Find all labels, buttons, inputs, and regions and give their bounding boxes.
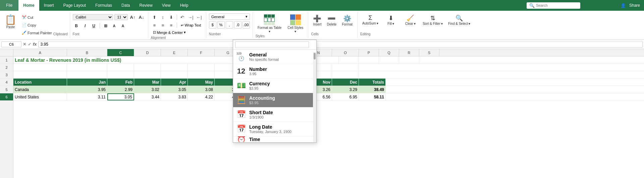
tab-insert[interactable]: Insert	[39, 0, 59, 11]
col-header-Q[interactable]: Q	[379, 49, 399, 56]
cell-reference-box[interactable]	[1, 41, 21, 47]
list-item[interactable]: 123 🕐 General No specific format	[233, 50, 316, 64]
find-select-button[interactable]: 🔍 Find & Select ▾	[446, 13, 472, 27]
canada-totals[interactable]: 38.49	[359, 86, 386, 93]
canada-mar[interactable]: 3.02	[134, 86, 161, 93]
us-dec2[interactable]: 6.95	[332, 93, 359, 100]
jan-header[interactable]: Jan	[67, 79, 107, 86]
tab-home[interactable]: Home	[18, 0, 39, 11]
font-name-select[interactable]: Calibri	[73, 14, 113, 20]
title-cell[interactable]: Leaf & Mortar - Revenues 2019 (in millio…	[13, 56, 248, 63]
formula-cancel-icon[interactable]: ✕	[23, 42, 26, 47]
row-header-6[interactable]: 6	[0, 93, 13, 101]
search-input[interactable]	[536, 3, 576, 7]
grid-cell[interactable]	[134, 64, 161, 71]
dropdown-scrollbar[interactable]	[313, 52, 316, 142]
indent-decrease-button[interactable]: ←|	[196, 13, 203, 21]
col-header-A[interactable]: A	[13, 49, 67, 56]
search-box[interactable]: 🔍	[527, 2, 580, 9]
font-size-select[interactable]: 11	[114, 14, 128, 20]
copy-button[interactable]: 📄 Copy	[20, 22, 53, 28]
grid-cell[interactable]	[161, 64, 188, 71]
col-header-O[interactable]: O	[332, 49, 359, 56]
list-item[interactable]: 📅 Long Date Tuesday, January 3, 1900	[233, 122, 316, 136]
list-item[interactable]: 🧮 Accounting $3.95	[233, 93, 316, 107]
totals-header[interactable]: Dec	[332, 79, 359, 86]
decrease-font-button[interactable]: A↓	[138, 13, 145, 21]
formula-fx-icon[interactable]: fx	[33, 42, 37, 47]
col-header-B[interactable]: B	[67, 49, 107, 56]
list-item[interactable]: ⏰ Time	[233, 136, 316, 142]
col-header-S[interactable]: S	[419, 49, 439, 56]
dropdown-search-input[interactable]	[235, 41, 309, 48]
percent-format-button[interactable]: %	[217, 21, 225, 29]
canada-may[interactable]: 3.08	[188, 86, 215, 93]
sort-filter-button[interactable]: ⇅ Sort & Filter ▾	[421, 13, 445, 27]
col-header-D[interactable]: D	[134, 49, 161, 56]
grid-cell[interactable]	[161, 71, 188, 78]
fill-button[interactable]: ⬇ Fill ▾	[382, 13, 400, 27]
col-header-R[interactable]: R	[399, 49, 419, 56]
increase-font-button[interactable]: A↑	[129, 13, 137, 21]
us-totals[interactable]: 58.11	[359, 93, 386, 100]
accounting-format-button[interactable]: $	[209, 21, 216, 29]
grid-cell[interactable]	[107, 64, 134, 71]
cut-button[interactable]: ✂️ Cut	[20, 14, 53, 20]
align-top-button[interactable]: ⬆	[151, 13, 158, 21]
bold-button[interactable]: B	[73, 22, 80, 30]
align-left-button[interactable]: ≡	[151, 21, 158, 29]
grid-cell[interactable]	[13, 71, 67, 78]
tab-help[interactable]: Help	[175, 0, 193, 11]
col-header-C[interactable]: C	[107, 49, 134, 56]
row-header-3[interactable]: 3	[0, 71, 13, 79]
text-direction-button[interactable]: ↶	[179, 13, 186, 21]
increase-decimal-button[interactable]: .00	[243, 21, 250, 29]
format-as-table-button[interactable]: Format as Table ▾	[256, 13, 284, 34]
indent-increase-button[interactable]: →|	[187, 13, 195, 21]
canada-jan[interactable]: 3.95	[67, 86, 107, 93]
delete-button[interactable]: ➖ Delete	[325, 13, 338, 27]
tab-review[interactable]: Review	[135, 0, 157, 11]
align-bottom-button[interactable]: ⬇	[168, 13, 175, 21]
tab-view[interactable]: View	[157, 0, 175, 11]
list-item[interactable]: 12 Number 3.95	[233, 64, 316, 79]
insert-button[interactable]: ➕ Insert	[311, 13, 323, 27]
number-format-dropdown[interactable]: General ▾	[209, 13, 250, 20]
feb-header[interactable]: Feb	[107, 79, 134, 86]
row-header-1[interactable]: 1	[0, 56, 13, 64]
location-header[interactable]: Location	[13, 79, 67, 86]
format-painter-button[interactable]: 🖌️ Format Painter	[20, 30, 53, 36]
row-header-5[interactable]: 5	[0, 86, 13, 93]
list-item[interactable]: 📅 Short Date 1/3/1900	[233, 107, 316, 122]
canada-feb[interactable]: 2.99	[107, 86, 134, 93]
us-label[interactable]: United States	[13, 93, 67, 100]
underline-button[interactable]: U	[90, 22, 98, 30]
col-header-E[interactable]: E	[161, 49, 188, 56]
tab-formulas[interactable]: Formulas	[91, 0, 117, 11]
grid-cell[interactable]	[188, 64, 215, 71]
cell-styles-button[interactable]: Cell Styles ▾	[285, 13, 305, 34]
grid-cell[interactable]	[332, 64, 359, 71]
autosum-button[interactable]: Σ AutoSum ▾	[360, 13, 380, 27]
fill-color-button[interactable]: A	[111, 22, 118, 30]
align-middle-button[interactable]: ↕	[159, 13, 167, 21]
grid-cell[interactable]	[379, 56, 399, 63]
may-header[interactable]: May	[188, 79, 215, 86]
border-button[interactable]: ⊞	[102, 22, 109, 30]
row-header-4[interactable]: 4	[0, 79, 13, 86]
row-header-2[interactable]: 2	[0, 64, 13, 71]
format-button[interactable]: ⚙️ Format	[340, 13, 355, 27]
font-color-button[interactable]: A	[119, 22, 127, 30]
totals-col-header[interactable]: Totals	[359, 79, 386, 86]
col-header-P[interactable]: P	[359, 49, 379, 56]
col-header-F[interactable]: F	[188, 49, 215, 56]
formula-confirm-icon[interactable]: ✓	[28, 42, 32, 47]
grid-cell[interactable]	[188, 71, 215, 78]
grid-cell[interactable]	[13, 64, 67, 71]
grid-cell[interactable]	[339, 56, 359, 63]
paste-button[interactable]: 📋 Paste	[2, 13, 19, 37]
us-mar[interactable]: 3.44	[134, 93, 161, 100]
wrap-text-button[interactable]: ↵ Wrap Text	[179, 23, 203, 28]
tab-file[interactable]: File	[0, 0, 18, 11]
decrease-decimal-button[interactable]: .0	[234, 21, 241, 29]
